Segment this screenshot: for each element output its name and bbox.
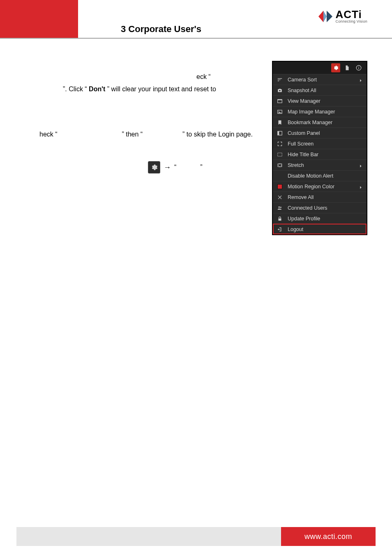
svg-marker-0: [318, 11, 323, 22]
image-icon: [276, 108, 284, 116]
menu-item-snapshot-all[interactable]: Snapshot All: [273, 85, 367, 95]
footer-url: www.acti.com: [281, 527, 376, 546]
svg-rect-12: [278, 131, 279, 135]
menu-item-camera-sort[interactable]: Camera Sort: [273, 74, 367, 85]
lock-icon: [276, 215, 284, 222]
body-gear-line: → “ ”: [148, 161, 203, 173]
menu-item-label: Full Screen: [288, 141, 363, 147]
svg-marker-1: [323, 11, 327, 22]
svg-rect-17: [279, 218, 281, 220]
menu-item-stretch[interactable]: Stretch: [273, 160, 367, 170]
users-icon: [276, 204, 284, 212]
chevron-right-icon: [359, 78, 363, 82]
menu-tab-info[interactable]: [354, 63, 363, 72]
menu-item-motion-region-color[interactable]: Motion Region Color: [273, 181, 367, 192]
menu-tab-settings[interactable]: [331, 63, 340, 72]
menu-tab-bar: [273, 62, 367, 74]
menu-item-map-image-manager[interactable]: Map Image Manager: [273, 106, 367, 117]
svg-rect-4: [358, 67, 359, 69]
menu-item-label: Disable Motion Alert: [288, 173, 363, 179]
body-text-2-bold: Don't: [89, 86, 105, 92]
arrow-icon: →: [164, 163, 171, 172]
logo-tagline: Connecting Vision: [336, 19, 367, 23]
settings-menu-panel: Camera SortSnapshot AllView ManagerMap I…: [272, 61, 367, 235]
menu-item-label: Stretch: [288, 162, 359, 168]
menu-item-bookmark-manager[interactable]: Bookmark Manager: [273, 117, 367, 127]
inline-gear-icon: [148, 161, 160, 173]
menu-item-label: Custom Panel: [288, 130, 363, 136]
document-title: 3 Corporate User's: [121, 24, 201, 35]
menu-item-label: Snapshot All: [288, 88, 363, 93]
menu-item-label: Camera Sort: [288, 77, 359, 83]
sort-icon: [276, 76, 284, 83]
hidebar-icon: [276, 151, 284, 158]
menu-item-disable-motion-alert[interactable]: Disable Motion Alert: [273, 170, 367, 181]
menu-item-label: Connected Users: [288, 205, 363, 211]
stretch-icon: [276, 162, 284, 169]
svg-rect-13: [278, 153, 282, 156]
logo-mark-icon: [318, 9, 333, 24]
logout-icon: [276, 226, 284, 233]
quote-close: ”: [200, 164, 202, 171]
quote-open: “: [174, 164, 176, 171]
svg-rect-8: [278, 99, 282, 100]
menu-item-label: Update Profile: [288, 216, 363, 222]
body-text-2-pre: ”. Click “: [63, 86, 87, 92]
camera-icon: [276, 87, 284, 94]
menu-item-label: Hide Title Bar: [288, 152, 363, 157]
svg-point-15: [279, 206, 280, 208]
menu-item-update-profile[interactable]: Update Profile: [273, 213, 367, 224]
menu-item-logout[interactable]: Logout: [273, 224, 367, 234]
window-icon: [276, 97, 284, 105]
chevron-right-icon: [359, 185, 363, 189]
body-text-1: eck “: [196, 73, 211, 81]
logo: ACTi Connecting Vision: [318, 9, 367, 24]
chevron-right-icon: [359, 163, 363, 167]
menu-item-remove-all[interactable]: Remove All: [273, 192, 367, 202]
bookmark-icon: [276, 119, 284, 126]
close-icon: [276, 194, 284, 201]
body-text-3: heck “ ” then “ ” to skip the Login page…: [39, 131, 253, 138]
body-text-3b: ” then “: [122, 131, 143, 138]
header-bar: 3 Corporate User's ACTi Connecting Visio…: [0, 0, 392, 39]
menu-item-label: Remove All: [288, 194, 363, 200]
header-red-block: [0, 0, 78, 38]
menu-tab-document[interactable]: [343, 63, 352, 72]
svg-point-16: [280, 206, 281, 208]
body-text-3a: heck “: [39, 131, 58, 138]
menu-list: Camera SortSnapshot AllView ManagerMap I…: [273, 74, 367, 234]
menu-item-custom-panel[interactable]: Custom Panel: [273, 127, 367, 138]
svg-marker-2: [327, 11, 332, 22]
svg-rect-5: [358, 67, 359, 67]
body-text-2: ”. Click “ Don't ” will clear your input…: [63, 86, 216, 93]
svg-point-10: [279, 111, 279, 111]
logo-name: ACTi: [336, 9, 367, 19]
menu-item-label: View Manager: [288, 98, 363, 104]
menu-item-full-screen[interactable]: Full Screen: [273, 138, 367, 149]
menu-item-label: Logout: [288, 227, 363, 232]
menu-item-label: Bookmark Manager: [288, 120, 363, 125]
menu-item-connected-users[interactable]: Connected Users: [273, 202, 367, 213]
color-swatch-icon: [276, 183, 284, 190]
expand-icon: [276, 140, 284, 148]
menu-item-label: Map Image Manager: [288, 109, 363, 115]
body-text-3c: ” to skip the Login page.: [182, 131, 253, 138]
menu-item-view-manager[interactable]: View Manager: [273, 95, 367, 106]
menu-item-label: Motion Region Color: [288, 184, 359, 190]
menu-item-hide-title-bar[interactable]: Hide Title Bar: [273, 149, 367, 160]
panel-icon: [276, 130, 284, 137]
footer-bar: www.acti.com: [16, 527, 376, 546]
svg-point-6: [279, 90, 281, 91]
body-text-2-post: ” will clear your input text and reset t…: [107, 86, 216, 92]
